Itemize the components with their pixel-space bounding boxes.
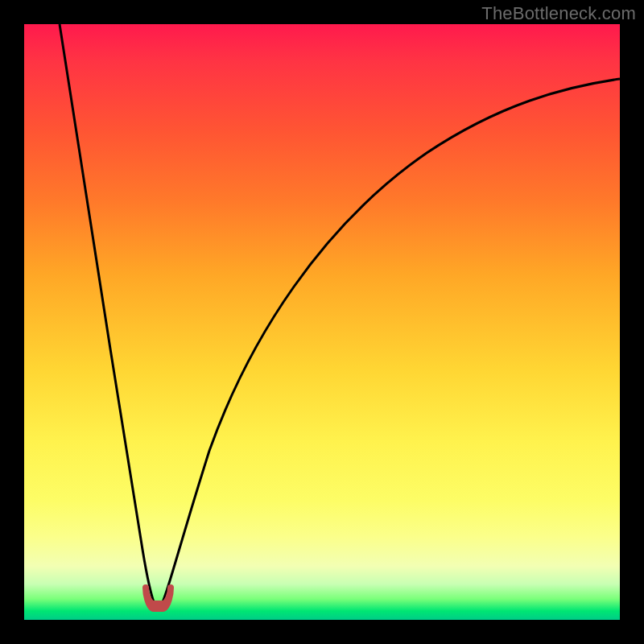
curve-right-branch bbox=[163, 79, 620, 602]
chart-frame: TheBottleneck.com bbox=[0, 0, 644, 644]
watermark-text: TheBottleneck.com bbox=[481, 3, 636, 24]
plot-area bbox=[24, 24, 620, 620]
curve-left-branch bbox=[60, 24, 154, 602]
bottleneck-curve bbox=[24, 24, 620, 620]
